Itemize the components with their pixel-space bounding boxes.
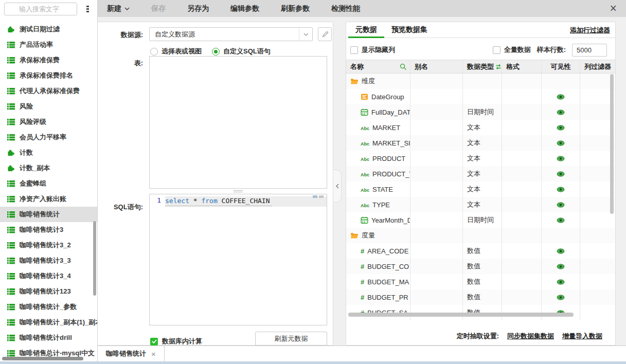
table-input[interactable] bbox=[149, 56, 327, 189]
eye-icon[interactable] bbox=[557, 110, 565, 115]
tab-preview-dataset[interactable]: 预览数据集 bbox=[384, 22, 435, 38]
alias-cell[interactable] bbox=[410, 228, 463, 243]
column-filter-cell[interactable] bbox=[580, 120, 613, 135]
column-filter-cell[interactable] bbox=[580, 197, 613, 212]
eye-icon[interactable] bbox=[557, 140, 565, 146]
format-cell[interactable] bbox=[502, 74, 542, 89]
alias-cell[interactable] bbox=[410, 135, 463, 151]
toolbar-button[interactable]: 新建 bbox=[107, 4, 130, 13]
table-vertical-scrollbar[interactable] bbox=[610, 74, 614, 214]
table-row[interactable]: AbcTYPE文本 bbox=[346, 197, 615, 212]
eye-icon[interactable] bbox=[557, 217, 565, 223]
chevron-down-icon[interactable] bbox=[299, 28, 312, 41]
sidebar-item[interactable]: 咖啡销售统计3_3 bbox=[0, 253, 97, 268]
eye-icon[interactable] bbox=[557, 264, 565, 269]
format-cell[interactable] bbox=[502, 243, 542, 259]
eye-icon[interactable] bbox=[557, 248, 565, 254]
table-row[interactable]: FullDay_DAT日期时间 bbox=[346, 104, 615, 120]
sidebar-item[interactable]: 代理人承保标准保费 bbox=[0, 83, 97, 99]
sidebar-item[interactable]: 咖啡销售统计 bbox=[0, 207, 97, 222]
column-filter-cell[interactable] bbox=[580, 151, 613, 166]
db-calc-checkbox[interactable]: 数据库内计算 bbox=[150, 337, 202, 346]
toolbar-button[interactable]: 编辑参数 bbox=[230, 4, 259, 13]
eye-icon[interactable] bbox=[557, 171, 565, 177]
table-row[interactable]: YearMonth_D日期时间 bbox=[346, 212, 615, 228]
format-cell[interactable] bbox=[502, 228, 542, 243]
alias-cell[interactable] bbox=[410, 181, 463, 197]
table-row[interactable]: #AREA_CODE数值 bbox=[346, 243, 615, 259]
menu-icon[interactable] bbox=[84, 4, 91, 13]
table-row[interactable]: AbcPRODUCT_T文本 bbox=[346, 166, 615, 181]
alias-cell[interactable] bbox=[410, 166, 463, 181]
alias-cell[interactable] bbox=[410, 212, 463, 228]
sidebar-item[interactable]: 净资产入账出账 bbox=[0, 191, 97, 207]
eye-icon[interactable] bbox=[557, 156, 565, 161]
radio-custom-sql[interactable]: 自定义SQL语句 bbox=[212, 47, 271, 56]
collapse-panel-handle[interactable] bbox=[333, 170, 342, 203]
alias-cell[interactable] bbox=[410, 151, 463, 166]
column-filter-cell[interactable] bbox=[580, 104, 613, 120]
close-icon[interactable]: × bbox=[610, 1, 617, 16]
table-row[interactable]: DateGroup bbox=[346, 89, 615, 104]
eye-icon[interactable] bbox=[557, 279, 565, 285]
format-cell[interactable] bbox=[502, 120, 542, 135]
toolbar-button[interactable]: 刷新参数 bbox=[281, 4, 310, 13]
full-data-checkbox[interactable]: 全量数据 bbox=[493, 45, 531, 54]
eye-icon[interactable] bbox=[557, 295, 565, 300]
alias-cell[interactable] bbox=[410, 120, 463, 135]
column-filter-cell[interactable] bbox=[580, 305, 613, 320]
edit-datasource-button[interactable] bbox=[318, 27, 332, 41]
sidebar-item[interactable]: 承保标准保费排名 bbox=[0, 68, 97, 83]
format-cell[interactable] bbox=[502, 259, 542, 274]
format-cell[interactable] bbox=[502, 289, 542, 305]
sidebar-item[interactable]: 会员人力平移率 bbox=[0, 130, 97, 145]
alias-cell[interactable] bbox=[410, 74, 463, 89]
column-filter-cell[interactable] bbox=[580, 212, 613, 228]
format-cell[interactable] bbox=[502, 151, 542, 166]
table-row[interactable]: AbcMARKET文本 bbox=[346, 120, 615, 135]
column-filter-cell[interactable] bbox=[580, 74, 613, 89]
table-row[interactable]: AbcMARKET_SI文本 bbox=[346, 135, 615, 151]
radio-table-or-view[interactable]: 选择表或视图 bbox=[150, 47, 202, 56]
table-row[interactable]: 维度 bbox=[346, 74, 615, 89]
table-horizontal-scrollbar[interactable] bbox=[348, 313, 574, 317]
format-cell[interactable] bbox=[502, 274, 542, 289]
sidebar-item[interactable]: 测试日期过滤 bbox=[0, 22, 97, 37]
eye-icon[interactable] bbox=[557, 187, 565, 192]
column-filter-cell[interactable] bbox=[580, 181, 613, 197]
sidebar-vertical-scrollbar[interactable] bbox=[93, 221, 96, 296]
datasource-select[interactable]: 自定义数据源 bbox=[149, 27, 313, 41]
table-row[interactable]: #BUDGET_CO数值 bbox=[346, 259, 615, 274]
alias-cell[interactable] bbox=[410, 104, 463, 120]
alias-cell[interactable] bbox=[410, 197, 463, 212]
toolbar-button[interactable]: 另存为 bbox=[187, 4, 209, 13]
sidebar-item[interactable]: 咖啡销售统计_参数 bbox=[0, 299, 97, 315]
search-icon[interactable] bbox=[400, 63, 407, 70]
sidebar-item[interactable]: 咖啡销售统计123 bbox=[0, 284, 97, 299]
eye-icon[interactable] bbox=[557, 202, 565, 208]
column-filter-cell[interactable] bbox=[580, 89, 613, 104]
table-row[interactable]: AbcSTATE文本 bbox=[346, 181, 615, 197]
alias-cell[interactable] bbox=[410, 243, 463, 259]
sidebar-horizontal-scrollbar[interactable] bbox=[2, 357, 83, 360]
format-cell[interactable] bbox=[502, 135, 542, 151]
open-dataset-tab[interactable]: 咖啡销售统计 × bbox=[98, 346, 165, 361]
table-row[interactable]: AbcPRODUCT文本 bbox=[346, 151, 615, 166]
toolbar-button[interactable]: 检测性能 bbox=[331, 4, 360, 13]
column-filter-cell[interactable] bbox=[580, 135, 613, 151]
sidebar-item[interactable]: 咖啡销售统计3_4 bbox=[0, 268, 97, 284]
alias-cell[interactable] bbox=[410, 259, 463, 274]
sidebar-item[interactable]: 金蜜蜂组 bbox=[0, 176, 97, 191]
convert-type-icon[interactable] bbox=[495, 64, 502, 70]
sql-editor[interactable]: 1 select * from COFFEE_CHAIN bbox=[149, 194, 327, 325]
format-cell[interactable] bbox=[502, 104, 542, 120]
table-row[interactable]: #BUDGET_MA数值 bbox=[346, 274, 615, 289]
column-filter-cell[interactable] bbox=[580, 166, 613, 181]
sidebar-item[interactable]: 产品活动率 bbox=[0, 37, 97, 52]
sidebar-item[interactable]: 咖啡销售统计drill bbox=[0, 330, 97, 345]
column-filter-cell[interactable] bbox=[580, 289, 613, 305]
format-cell[interactable] bbox=[502, 89, 542, 104]
sidebar-item[interactable]: 计数_副本 bbox=[0, 160, 97, 176]
sync-dataset-link[interactable]: 同步数据集数据 bbox=[507, 332, 554, 341]
format-cell[interactable] bbox=[502, 197, 542, 212]
